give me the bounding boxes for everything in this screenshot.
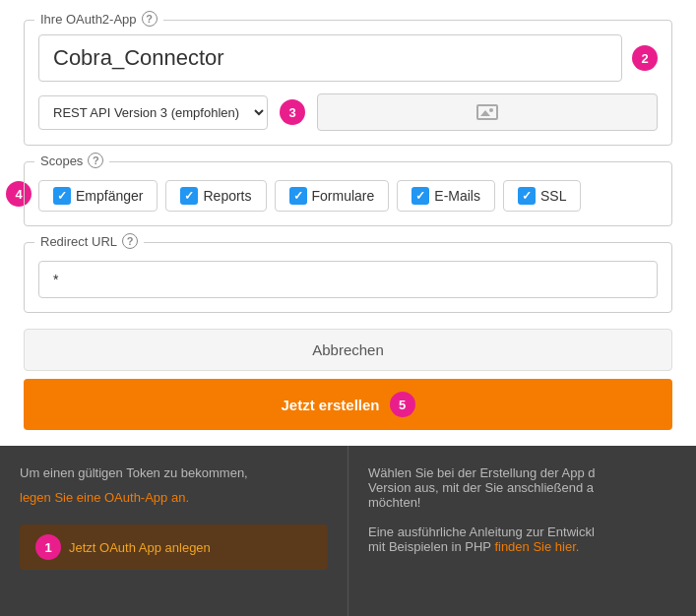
scope-item-ssl[interactable]: SSL — [503, 180, 581, 212]
scope-item-empfaenger[interactable]: Empfänger — [38, 180, 158, 212]
bottom-section: Um einen gültigen Token zu bekommen, leg… — [0, 446, 696, 616]
redirect-legend: Redirect URL ? — [34, 233, 144, 249]
scope-label-empfaenger: Empfänger — [76, 188, 143, 204]
bottom-left-link[interactable]: legen Sie eine OAuth-App an. — [20, 490, 189, 505]
scope-checkbox-emails[interactable] — [411, 187, 429, 205]
create-button[interactable]: Jetzt erstellen 5 — [24, 379, 672, 430]
oauth-app-button-label: Jetzt OAuth App anlegen — [69, 540, 211, 555]
scope-item-emails[interactable]: E-Mails — [397, 180, 495, 212]
scopes-title: Scopes — [40, 154, 83, 168]
bottom-right: Wählen Sie bei der Erstellung der App d … — [348, 446, 696, 616]
scope-checkbox-reports[interactable] — [180, 187, 198, 205]
image-upload-button[interactable] — [317, 93, 658, 131]
modal-area: Ihre OAuth2-App ? 2 REST API Version 3 (… — [0, 0, 696, 446]
app-name-badge: 2 — [632, 45, 658, 71]
oauth-app-title: Ihre OAuth2-App — [40, 12, 137, 27]
scope-checkbox-empfaenger[interactable] — [53, 187, 71, 205]
bottom-right-link[interactable]: finden Sie hier. — [494, 539, 579, 554]
oauth-app-help-icon[interactable]: ? — [142, 11, 158, 27]
scope-item-reports[interactable]: Reports — [165, 180, 266, 212]
api-version-row: REST API Version 3 (empfohlen) REST API … — [38, 93, 658, 131]
scope-checkbox-formulare[interactable] — [289, 187, 307, 205]
bottom-right-text2: Eine ausführliche Anleitung zur Entwickl… — [368, 524, 676, 554]
bottom-left-text: Um einen gültigen Token zu bekommen, — [20, 465, 328, 480]
redirect-url-input[interactable] — [38, 261, 658, 298]
oauth-app-legend: Ihre OAuth2-App ? — [34, 11, 163, 27]
create-button-label: Jetzt erstellen — [281, 397, 379, 413]
oauth-app-badge: 1 — [35, 534, 61, 560]
scopes-help-icon[interactable]: ? — [88, 153, 103, 168]
scope-checkbox-ssl[interactable] — [518, 187, 536, 205]
scope-label-reports: Reports — [203, 188, 251, 204]
redirect-help-icon[interactable]: ? — [122, 233, 138, 249]
api-version-select[interactable]: REST API Version 3 (empfohlen) REST API … — [38, 95, 268, 130]
cancel-button[interactable]: Abbrechen — [24, 329, 672, 371]
redirect-title: Redirect URL — [40, 234, 117, 249]
scope-item-formulare[interactable]: Formulare — [275, 180, 390, 212]
oauth-app-button[interactable]: 1 Jetzt OAuth App anlegen — [20, 524, 328, 570]
app-name-row: 2 — [38, 34, 658, 82]
create-button-badge: 5 — [390, 392, 415, 417]
scope-label-ssl: SSL — [540, 188, 566, 204]
bottom-left: Um einen gültigen Token zu bekommen, leg… — [0, 446, 348, 616]
scope-label-formulare: Formulare — [312, 188, 375, 204]
image-icon — [476, 104, 498, 120]
api-badge: 3 — [280, 99, 305, 125]
bottom-right-text1: Wählen Sie bei der Erstellung der App d … — [368, 465, 676, 510]
scopes-fieldset: Scopes ? Empfänger Reports Formulare — [24, 161, 672, 226]
redirect-fieldset: Redirect URL ? — [24, 242, 672, 313]
scopes-row: Empfänger Reports Formulare E-Mails — [38, 176, 658, 212]
oauth-app-fieldset: Ihre OAuth2-App ? 2 REST API Version 3 (… — [24, 20, 672, 146]
page-wrapper: Ihre OAuth2-App ? 2 REST API Version 3 (… — [0, 0, 696, 616]
scopes-legend: Scopes ? — [34, 153, 109, 168]
scopes-wrapper: 4 Scopes ? Empfänger Reports — [24, 161, 672, 226]
scope-label-emails: E-Mails — [434, 188, 480, 204]
app-name-input[interactable] — [38, 34, 622, 82]
